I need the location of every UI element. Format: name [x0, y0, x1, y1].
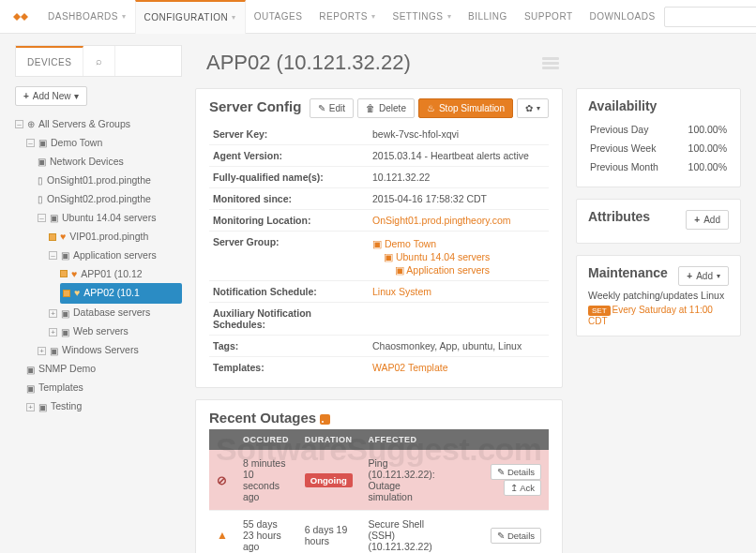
- heart-icon: ♥: [74, 284, 80, 303]
- nav-support[interactable]: SUPPORT: [516, 0, 582, 34]
- collapse-icon[interactable]: –: [26, 139, 35, 147]
- tree-root[interactable]: –⊕All Servers & Groups: [15, 115, 182, 134]
- tree-ubuntu-group[interactable]: –▣Ubuntu 14.04 servers: [38, 209, 182, 228]
- notif-value-link[interactable]: Linux System: [372, 286, 431, 297]
- tree-db-servers[interactable]: +▣Database servers: [49, 304, 182, 322]
- rss-icon[interactable]: [320, 414, 330, 425]
- heart-icon: ♥: [60, 228, 66, 247]
- attributes-add-button[interactable]: + Add: [686, 210, 729, 230]
- notif-label: Notification Schedule:: [209, 281, 369, 303]
- collapse-icon[interactable]: –: [38, 214, 46, 222]
- chevron-down-icon: ▾: [537, 104, 540, 112]
- status-square-icon: [49, 233, 56, 241]
- server-icon: ▯: [38, 172, 43, 189]
- settings-menu-button[interactable]: ✿ ▾: [517, 98, 549, 118]
- outage-affected: Secure Shell (SSH) (10.121.32.22): [360, 511, 446, 554]
- group-crumb-3[interactable]: Application servers: [406, 264, 490, 276]
- server-config-panel: Server Config ✎ Edit 🗑 Delete ♨ Stop Sim…: [195, 88, 563, 388]
- devices-search-icon[interactable]: ⌕: [83, 46, 115, 76]
- avail-label: Previous Week: [590, 140, 676, 157]
- collapse-icon[interactable]: –: [49, 251, 57, 260]
- tree-onsight02[interactable]: ▯OnSight02.prod.pingthe: [38, 190, 182, 209]
- since-label: Monitored since:: [209, 188, 369, 210]
- tree-app02[interactable]: ♥ APP02 (10.1: [60, 283, 182, 304]
- tree-app01[interactable]: ♥ APP01 (10.12: [60, 265, 182, 284]
- details-button[interactable]: ✎ Details: [491, 464, 541, 480]
- expand-icon[interactable]: +: [49, 309, 57, 318]
- attributes-card: Attributes + Add: [576, 199, 741, 244]
- template-link[interactable]: WAP02 Template: [372, 362, 448, 373]
- global-search[interactable]: ⌕: [664, 7, 756, 27]
- outage-row: ⊘8 minutes 10 seconds agoOngoingPing (10…: [209, 450, 549, 511]
- tree-web-servers[interactable]: +▣Web servers: [49, 322, 182, 341]
- ongoing-badge: Ongoing: [305, 473, 353, 487]
- server-key-label: Server Key:: [209, 124, 369, 145]
- nav-billing[interactable]: BILLING: [460, 0, 516, 34]
- expand-icon[interactable]: +: [38, 347, 46, 355]
- delete-button[interactable]: 🗑 Delete: [357, 98, 415, 118]
- folder-icon: ▣: [26, 380, 35, 397]
- nav-reports[interactable]: REPORTS▾: [310, 0, 384, 34]
- maintenance-add-button[interactable]: + Add ▾: [678, 266, 729, 286]
- outage-affected: Ping (10.121.32.22): Outage simulation: [360, 450, 446, 511]
- chevron-down-icon: ▾: [122, 12, 127, 21]
- server-key-value: bewk-7vsc-hfol-xqvi: [369, 124, 549, 145]
- maintenance-heading: Maintenance: [588, 265, 668, 280]
- avail-label: Previous Month: [590, 158, 676, 175]
- tree-templates[interactable]: ▣Templates: [26, 379, 182, 397]
- tree-application-servers[interactable]: –▣Application servers: [49, 247, 182, 265]
- device-tree: –⊕All Servers & Groups –▣Demo Town ▣Netw…: [15, 115, 182, 416]
- col-occurred: OCCURED: [235, 429, 297, 450]
- chevron-down-icon: ▾: [232, 13, 236, 22]
- brand-logo: [9, 7, 32, 26]
- nav-outages[interactable]: OUTAGES: [246, 0, 311, 34]
- attributes-heading: Attributes: [588, 209, 650, 224]
- warning-icon: ▲: [217, 529, 228, 542]
- group-label: Server Group:: [209, 232, 369, 281]
- tree-vip01[interactable]: ♥ VIP01.prod.pingth: [49, 228, 182, 247]
- edit-button[interactable]: ✎ Edit: [310, 98, 354, 118]
- tree-windows-servers[interactable]: +▣Windows Servers: [38, 341, 182, 360]
- globe-icon: ⊕: [27, 115, 35, 133]
- folder-icon: ▣: [38, 153, 46, 171]
- agent-label: Agent Version:: [209, 145, 369, 167]
- nav-downloads[interactable]: DOWNLOADS: [582, 0, 664, 34]
- monitoring-location-link[interactable]: OnSight01.prod.pingtheory.com: [372, 215, 510, 226]
- tree-testing[interactable]: +▣Testing: [26, 397, 182, 416]
- status-square-icon: [63, 290, 70, 297]
- tree-snmp[interactable]: ▣SNMP Demo: [26, 360, 182, 379]
- expand-icon[interactable]: +: [26, 403, 35, 411]
- expand-icon[interactable]: +: [49, 328, 57, 336]
- nav-settings[interactable]: SETTINGS▾: [385, 0, 461, 34]
- agent-value: 2015.03.14 - Heartbeat alerts active: [369, 145, 549, 167]
- tab-devices[interactable]: DEVICES: [16, 46, 83, 76]
- outage-occurred: 8 minutes 10 seconds ago: [235, 450, 297, 511]
- collapse-icon[interactable]: –: [15, 120, 23, 128]
- group-crumb-2[interactable]: Ubuntu 14.04 servers: [396, 251, 490, 262]
- tree-demo-town[interactable]: –▣Demo Town: [26, 134, 182, 153]
- search-input[interactable]: [671, 11, 756, 22]
- stop-simulation-button[interactable]: ♨ Stop Simulation: [418, 98, 513, 118]
- folder-icon: ▣: [38, 398, 47, 416]
- add-new-button[interactable]: + Add New ▾: [15, 86, 87, 106]
- status-square-icon: [60, 270, 68, 277]
- add-new-label: Add New: [33, 91, 71, 101]
- folder-icon: ▣: [61, 247, 69, 264]
- nav-dashboards[interactable]: DASHBOARDS▾: [39, 0, 135, 34]
- aux-label: Auxiliary Notification Schedules:: [209, 303, 369, 336]
- trash-icon: 🗑: [366, 103, 375, 113]
- tree-network-devices[interactable]: ▣Network Devices: [38, 153, 182, 172]
- outages-table: OCCURED DURATION AFFECTED ⊘8 minutes 10 …: [209, 429, 549, 553]
- outage-occurred: 55 days 23 hours ago: [235, 511, 297, 554]
- details-button[interactable]: ✎ Details: [491, 528, 541, 544]
- tree-onsight01[interactable]: ▯OnSight01.prod.pingthe: [38, 172, 182, 190]
- col-affected: AFFECTED: [360, 429, 446, 450]
- top-nav: DASHBOARDS▾CONFIGURATION▾OUTAGESREPORTS▾…: [0, 0, 756, 34]
- view-toggle-icon[interactable]: [542, 57, 559, 69]
- maintenance-card: Maintenance + Add ▾ Weekly patching/upda…: [576, 255, 741, 336]
- devices-tabs: DEVICES ⌕: [15, 45, 182, 77]
- nav-configuration[interactable]: CONFIGURATION▾: [135, 0, 246, 34]
- group-crumb-1[interactable]: Demo Town: [385, 238, 436, 249]
- ack-button[interactable]: ↥ Ack: [504, 480, 541, 496]
- outage-duration: 6 days 19 hours: [297, 511, 361, 554]
